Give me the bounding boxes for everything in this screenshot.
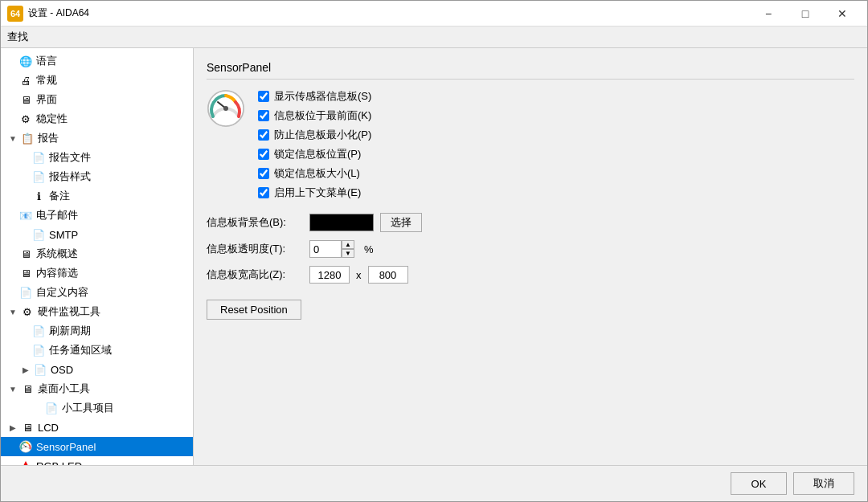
sidebar-item-lcd[interactable]: ▶🖥LCD [1, 418, 193, 437]
item-icon-report-style: 📄 [31, 169, 46, 184]
sidebar-label-sysoverview: 系统概述 [36, 247, 78, 261]
item-icon-general: 🖨 [18, 73, 33, 88]
sidebar-item-content-filter[interactable]: 🖥内容筛选 [1, 263, 193, 283]
sidebar-label-language: 语言 [36, 54, 57, 68]
sidebar-item-sensorpanel[interactable]: SensorPanel [1, 437, 193, 456]
item-icon-lcd: 🖥 [20, 420, 35, 435]
opacity-up-button[interactable]: ▲ [342, 240, 354, 249]
sidebar-item-refresh-period[interactable]: 📄刷新周期 [1, 321, 193, 341]
expand-icon: ▼ [7, 306, 18, 317]
checkbox-row-enable-menu: 启用上下文菜单(E) [258, 186, 371, 200]
svg-point-7 [223, 106, 228, 111]
item-icon-widget-items: 📄 [44, 401, 59, 415]
opacity-label: 信息板透明度(T): [207, 242, 303, 256]
window-controls: − □ ✕ [750, 1, 861, 27]
item-icon-email: 📧 [18, 208, 33, 222]
item-icon-content-filter: 🖥 [18, 266, 33, 280]
select-color-button[interactable]: 选择 [380, 213, 422, 232]
sidebar-item-rgbled[interactable]: RGB LED [1, 456, 193, 465]
footer: OK 取消 [1, 465, 867, 501]
reset-position-button[interactable]: Reset Position [207, 300, 301, 320]
sidebar-item-widget-items[interactable]: 📄小工具项目 [1, 398, 193, 418]
item-icon-remark: ℹ [31, 189, 46, 203]
checkbox-label-prevent-min: 防止信息板最小化(P) [274, 128, 371, 142]
minimize-button[interactable]: − [750, 1, 787, 27]
cancel-button[interactable]: 取消 [793, 472, 854, 495]
main-panel: SensorPanel 显示传感器信息板(S)信息板位于最前面(K)防 [194, 48, 867, 465]
options-area: 显示传感器信息板(S)信息板位于最前面(K)防止信息板最小化(P)锁定信息板位置… [258, 89, 371, 200]
sidebar-item-sysoverview[interactable]: 🖥系统概述 [1, 244, 193, 263]
sidebar-item-report[interactable]: ▼📋报告 [1, 129, 193, 148]
item-icon-task-notify: 📄 [31, 343, 46, 357]
checkbox-label-panel-front: 信息板位于最前面(K) [274, 108, 371, 123]
dimension-x: x [356, 269, 362, 281]
sidebar-item-report-style[interactable]: 📄报告样式 [1, 167, 193, 186]
width-input[interactable] [309, 266, 350, 284]
item-icon-sysoverview: 🖥 [18, 247, 33, 261]
checkbox-lock-size[interactable] [258, 168, 269, 179]
main-window: 64 设置 - AIDA64 − □ ✕ 查找 🌐语言🖨常规🖥界面⚙稳定性▼📋报… [0, 0, 868, 502]
sidebar-label-osd: OSD [51, 364, 73, 376]
height-input[interactable] [368, 266, 408, 284]
item-icon-language: 🌐 [18, 54, 33, 68]
sidebar-item-email[interactable]: 📧电子邮件 [1, 206, 193, 225]
close-button[interactable]: ✕ [824, 1, 861, 27]
sidebar-label-hw-monitor: 硬件监视工具 [38, 304, 100, 319]
sidebar-label-report: 报告 [38, 131, 59, 145]
content-area: 🌐语言🖨常规🖥界面⚙稳定性▼📋报告📄报告文件📄报告样式ℹ备注📧电子邮件📄SMTP… [1, 48, 867, 465]
sidebar-item-report-file[interactable]: 📄报告文件 [1, 148, 193, 167]
sidebar-label-general: 常规 [36, 73, 57, 88]
toolbar: 查找 [1, 27, 867, 48]
item-icon-osd: 📄 [33, 362, 47, 377]
size-row: 信息板宽高比(Z): x [207, 266, 854, 284]
sidebar-item-task-notify[interactable]: 📄任务通知区域 [1, 341, 193, 360]
reset-row: Reset Position [207, 292, 854, 320]
checkbox-lock-pos[interactable] [258, 149, 269, 160]
svg-point-2 [25, 446, 27, 447]
opacity-down-button[interactable]: ▼ [342, 249, 354, 258]
sidebar-item-language[interactable]: 🌐语言 [1, 51, 193, 71]
sidebar-item-hw-monitor[interactable]: ▼⚙硬件监视工具 [1, 302, 193, 321]
item-icon-ui: 🖥 [18, 92, 33, 107]
expand-icon: ▶ [7, 422, 18, 433]
sidebar-item-general[interactable]: 🖨常规 [1, 71, 193, 90]
sidebar-label-lcd: LCD [38, 422, 59, 434]
checkbox-row-show-sensor: 显示传感器信息板(S) [258, 89, 371, 104]
ok-button[interactable]: OK [731, 472, 787, 495]
sidebar-item-smtp[interactable]: 📄SMTP [1, 225, 193, 244]
bg-color-swatch[interactable] [309, 214, 374, 231]
expand-icon: ▼ [7, 383, 18, 394]
search-label: 查找 [7, 30, 28, 44]
sidebar-label-sensorpanel: SensorPanel [36, 441, 96, 453]
checkbox-prevent-min[interactable] [258, 129, 269, 141]
sidebar-item-custom-content[interactable]: 📄自定义内容 [1, 283, 193, 302]
checkbox-show-sensor[interactable] [258, 91, 269, 102]
sidebar: 🌐语言🖨常规🖥界面⚙稳定性▼📋报告📄报告文件📄报告样式ℹ备注📧电子邮件📄SMTP… [1, 48, 194, 465]
sidebar-label-remark: 备注 [49, 189, 70, 203]
sidebar-item-stability[interactable]: ⚙稳定性 [1, 109, 193, 129]
item-icon-report-file: 📄 [31, 150, 46, 165]
sidebar-item-osd[interactable]: ▶📄OSD [1, 360, 193, 379]
sidebar-item-remark[interactable]: ℹ备注 [1, 186, 193, 206]
sidebar-item-desktop-widget[interactable]: ▼🖥桌面小工具 [1, 379, 193, 398]
checkbox-enable-menu[interactable] [258, 187, 269, 198]
sidebar-label-desktop-widget: 桌面小工具 [38, 382, 90, 396]
checkbox-label-lock-size: 锁定信息板大小(L) [274, 166, 360, 181]
sidebar-label-task-notify: 任务通知区域 [49, 343, 112, 357]
sidebar-label-ui: 界面 [36, 92, 57, 107]
sidebar-label-content-filter: 内容筛选 [36, 266, 78, 280]
checkbox-panel-front[interactable] [258, 110, 269, 121]
opacity-unit: % [364, 243, 374, 255]
checkbox-label-show-sensor: 显示传感器信息板(S) [274, 89, 371, 104]
sidebar-item-ui[interactable]: 🖥界面 [1, 90, 193, 109]
bg-color-label: 信息板背景色(B): [207, 215, 303, 230]
sidebar-label-report-file: 报告文件 [49, 150, 91, 165]
sidebar-label-stability: 稳定性 [36, 112, 68, 126]
opacity-input[interactable] [309, 240, 342, 258]
sidebar-label-smtp: SMTP [49, 229, 78, 241]
sidebar-label-refresh-period: 刷新周期 [49, 324, 91, 338]
opacity-spinbox: ▲ ▼ [309, 240, 354, 258]
checkbox-row-lock-pos: 锁定信息板位置(P) [258, 147, 371, 161]
size-label: 信息板宽高比(Z): [207, 267, 303, 282]
maximize-button[interactable]: □ [787, 1, 824, 27]
